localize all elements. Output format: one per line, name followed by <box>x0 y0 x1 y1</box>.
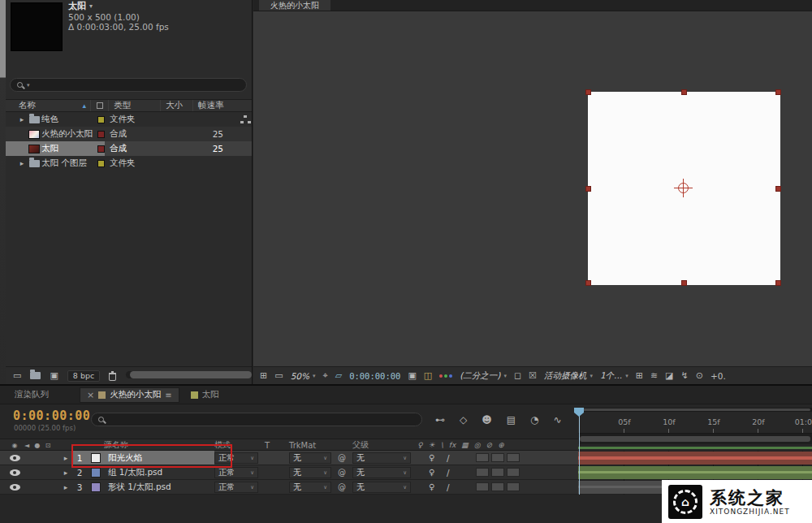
shy-toggle[interactable]: ♀ <box>429 468 447 477</box>
motion-blur-icon[interactable]: ◔ <box>530 414 538 426</box>
selection-handle[interactable] <box>681 89 687 95</box>
selection-handle[interactable] <box>775 280 781 286</box>
viewer-tab-hot-sun[interactable]: 火热的小太阳 <box>259 0 330 11</box>
column-source-name[interactable]: 源名称 <box>104 439 214 451</box>
label-color-chip[interactable] <box>97 160 105 167</box>
parent-pickwhip-icon[interactable]: @ <box>338 468 352 477</box>
selection-handle[interactable] <box>585 186 591 192</box>
time-navigator[interactable] <box>578 408 812 412</box>
parent-select[interactable]: 无∨ <box>352 452 411 464</box>
composition-canvas[interactable] <box>588 92 780 285</box>
layer-row-2[interactable]: ▸ 2 组 1/太阳.psd 正常∨ 无∨ @ 无∨ ♀ / <box>0 465 578 480</box>
quality-toggle[interactable]: / <box>447 482 463 492</box>
tab-sun-comp[interactable]: 太阳 <box>184 387 226 403</box>
close-icon[interactable]: × <box>87 390 94 400</box>
item-name[interactable]: 太阳 个图层 <box>41 158 92 169</box>
viewer-timecode[interactable]: 0:00:00:00 <box>349 371 400 381</box>
layer-color-swatch[interactable] <box>91 482 101 492</box>
tim搜索eline-search[interactable] <box>91 413 422 426</box>
layer-duration-bar-2[interactable] <box>578 466 812 479</box>
graph-editor-icon[interactable]: ∿ <box>554 414 562 426</box>
column-framerate[interactable]: 帧速率 <box>192 100 233 111</box>
quality-toggle[interactable]: / <box>447 453 463 463</box>
layer-switch-blocks[interactable] <box>476 468 533 477</box>
project-row-sun-layers-folder[interactable]: ▸ 太阳 个图层 文件夹 <box>6 156 252 171</box>
collapse-icon[interactable]: ☀ <box>429 441 435 449</box>
adjustment-layer-icon[interactable]: ⊘ <box>486 441 493 449</box>
label-color-chip[interactable] <box>97 116 105 123</box>
fx-icon[interactable]: fx <box>449 441 456 449</box>
show-snapshot-icon[interactable]: ◫ <box>424 370 432 381</box>
layer-switch-blocks[interactable] <box>476 453 533 462</box>
selection-handle[interactable] <box>775 89 781 95</box>
camera-select[interactable]: 活动摄像机 ▾ <box>544 370 593 382</box>
blend-mode-select[interactable]: 正常∨ <box>214 467 258 478</box>
layer-row-1[interactable]: ▸ 1 阳光火焰 正常∨ 无∨ @ 无∨ ♀ / <box>0 451 578 465</box>
layer-source-name[interactable]: 阳光火焰 <box>104 451 214 465</box>
layer-expand-arrow[interactable]: ▸ <box>60 483 71 491</box>
motion-blur-icon[interactable]: ◎ <box>474 441 481 449</box>
blend-mode-select[interactable]: 正常∨ <box>214 452 258 464</box>
time-ruler[interactable]: 05f 10f 15f 20f 01:00f <box>578 413 812 434</box>
column-size[interactable]: 大小 <box>160 100 192 111</box>
shy-icon[interactable]: ☻ <box>482 414 492 426</box>
parent-pickwhip-icon[interactable]: @ <box>338 453 352 462</box>
frame-blend-icon[interactable]: ▦ <box>461 441 469 449</box>
item-name[interactable]: 纯色 <box>41 114 92 125</box>
project-bit-depth-button[interactable]: 8 bpc <box>67 370 100 382</box>
layer-visibility-toggle[interactable] <box>8 484 21 491</box>
panel-menu-icon[interactable]: ≡ <box>165 391 171 400</box>
exposure-value[interactable]: +0. <box>710 371 726 381</box>
column-label[interactable] <box>90 100 108 111</box>
parent-pickwhip-icon[interactable]: @ <box>338 482 352 491</box>
quality-toggle[interactable]: / <box>447 468 463 478</box>
caret-down-icon[interactable]: ▾ <box>89 2 93 12</box>
selection-handle[interactable] <box>585 280 591 286</box>
target-icon[interactable]: ⌖ <box>322 370 327 381</box>
new-folder-icon[interactable] <box>30 372 41 379</box>
shy-toggle[interactable]: ♀ <box>429 482 447 491</box>
layer-source-name[interactable]: 形状 1/太阳.psd <box>104 482 214 493</box>
quality-icon[interactable]: \ <box>441 441 443 449</box>
selection-handle[interactable] <box>681 280 687 286</box>
draft-3d-icon[interactable]: ◪ <box>665 370 673 381</box>
interpret-footage-icon[interactable]: ▭ <box>13 370 21 381</box>
column-type[interactable]: 类型 <box>108 100 160 111</box>
layer-expand-arrow[interactable]: ▸ <box>60 454 71 462</box>
project-row-hot-sun-comp[interactable]: 火热的小太阳 合成 25 <box>6 127 252 141</box>
layer-visibility-toggle[interactable] <box>8 469 21 476</box>
frame-blend-icon[interactable]: ▤ <box>507 414 516 426</box>
project-row-sun-comp-selected[interactable]: 太阳 合成 25 <box>6 141 252 156</box>
mini-flowchart-icon[interactable]: ≋ <box>650 370 658 381</box>
project-search-input[interactable] <box>34 80 240 90</box>
parent-select[interactable]: 无∨ <box>352 482 411 493</box>
shy-toggle[interactable]: ♀ <box>429 453 447 462</box>
active-comp-name[interactable]: 太阳 <box>68 2 86 12</box>
anchor-point-marker[interactable] <box>678 183 689 193</box>
mini-flowchart-icon[interactable]: ⊷ <box>435 414 445 426</box>
layer-duration-bar-1[interactable] <box>578 452 812 465</box>
selection-handle[interactable] <box>585 89 591 95</box>
resolution-select[interactable]: (二分之一) ▾ <box>460 370 507 382</box>
label-color-chip[interactable] <box>97 145 105 153</box>
column-t[interactable]: T <box>265 441 289 450</box>
trkmat-select[interactable]: 无∨ <box>289 467 331 478</box>
region-of-interest-icon[interactable]: ◻ <box>514 370 521 381</box>
tab-render-queue[interactable]: 渲染队列 <box>8 387 55 403</box>
expand-arrow-icon[interactable]: ▸ <box>17 159 27 167</box>
grid-options-icon[interactable]: ⊞ <box>636 370 643 381</box>
label-color-chip[interactable] <box>97 131 105 138</box>
exposure-reset-icon[interactable]: ⊙ <box>696 370 703 381</box>
zoom-select[interactable]: 50% ▾ <box>291 371 316 381</box>
primary-viewer-icon[interactable]: ▭ <box>274 370 283 381</box>
transparency-grid-icon[interactable]: ☒ <box>529 370 537 381</box>
fast-preview-icon[interactable]: ↯ <box>681 370 689 381</box>
delete-icon[interactable] <box>109 373 116 381</box>
layer-row-3[interactable]: ▸ 3 形状 1/太阳.psd 正常∨ 无∨ @ 无∨ ♀ / <box>0 480 578 495</box>
column-mode[interactable]: 模式 <box>214 439 265 451</box>
shy-icon[interactable]: ♀ <box>417 441 423 449</box>
project-row-solids-folder[interactable]: ▸ 纯色 文件夹 <box>6 112 252 127</box>
layer-visibility-toggle[interactable] <box>8 455 21 461</box>
item-name[interactable]: 火热的小太阳 <box>41 128 92 140</box>
blend-mode-select[interactable]: 正常∨ <box>214 482 258 493</box>
